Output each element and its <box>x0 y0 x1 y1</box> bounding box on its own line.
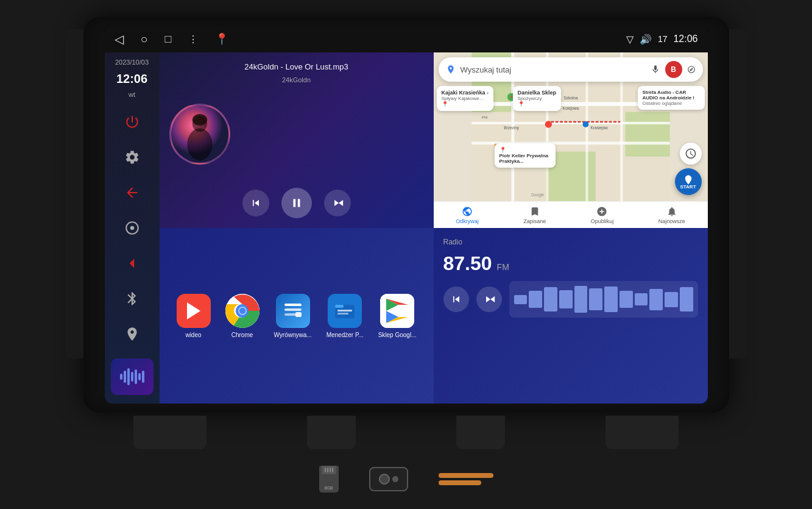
main-area: 2023/10/03 12:06 wt <box>105 52 708 404</box>
sidebar-sound-widget[interactable] <box>111 358 154 395</box>
compass-icon[interactable] <box>687 65 696 74</box>
maps-icon[interactable]: 📍 <box>215 32 228 46</box>
status-bar: ◁ ○ □ ⋮ 📍 ▽ 🔊 17 12:06 <box>105 26 708 52</box>
start-button[interactable]: START <box>675 168 702 195</box>
sidebar-day: wt <box>129 91 135 98</box>
app-filemanager[interactable]: Menedżer P... <box>327 294 364 338</box>
sidebar-item-settings[interactable] <box>117 142 147 173</box>
volume-icon: 🔊 <box>640 34 652 45</box>
next-btn[interactable] <box>324 190 351 216</box>
sidebar-time: 12:06 <box>116 72 147 86</box>
radio-content <box>443 281 698 318</box>
svg-text:Google: Google <box>531 193 543 198</box>
map-search-text[interactable]: Wyszukaj tutaj <box>461 65 646 74</box>
prev-btn[interactable] <box>242 190 269 216</box>
accessories: 8GB <box>83 466 729 493</box>
camera <box>369 467 408 491</box>
map-nav-opublikuj[interactable]: Opublikuj <box>591 206 614 224</box>
volume-level: 17 <box>658 34 668 44</box>
status-right: ▽ 🔊 17 12:06 <box>626 34 698 45</box>
music-controls <box>169 188 424 218</box>
app-chrome[interactable]: Chrome <box>225 294 259 338</box>
radio-panel: Radio 87.50 FM <box>434 228 708 404</box>
radio-label: Radio <box>443 238 698 246</box>
app-playstore[interactable]: Sklep Googl... <box>378 294 417 338</box>
radio-controls <box>443 287 502 312</box>
music-panel: 24kGoldn - Love Or Lust.mp3 24kGoldn <box>160 52 434 228</box>
radio-prev-btn[interactable] <box>443 287 469 312</box>
svg-rect-39 <box>335 305 344 308</box>
music-artist: 24kGoldn <box>169 76 424 84</box>
start-label: START <box>680 184 696 190</box>
map-nav-odkrywaj[interactable]: Odkrywaj <box>456 206 479 224</box>
map-card-strefa: Strefa Audio - CAR AUDIO na Androidzie !… <box>638 86 705 110</box>
svg-rect-36 <box>284 313 297 316</box>
sidebar-item-back2[interactable] <box>117 248 147 279</box>
radio-wave-display <box>509 281 698 318</box>
foot-2 <box>307 416 356 449</box>
radio-frequency: 87.50 FM <box>443 252 698 275</box>
foot-1 <box>133 416 207 449</box>
svg-rect-35 <box>284 308 302 311</box>
album-art <box>169 104 230 165</box>
sidebar-item-location[interactable] <box>117 319 147 349</box>
map-bottom-bar: Odkrywaj Zapisane Opublikuj Najnows <box>434 201 708 228</box>
home-icon[interactable]: ○ <box>141 32 148 46</box>
app-chrome-label: Chrome <box>231 332 253 338</box>
map-panel: Wyszukaj tutaj B <box>434 52 708 228</box>
pry-tool-1 <box>439 473 493 478</box>
foot-3 <box>456 416 505 449</box>
radio-freq-num: 87.50 <box>443 252 492 275</box>
app-wideo-label: wideo <box>185 332 201 338</box>
svg-text:Krasiejów: Krasiejów <box>590 126 607 130</box>
sidebar-item-back[interactable] <box>117 177 147 208</box>
svg-rect-40 <box>337 310 352 311</box>
sidebar: 2023/10/03 12:06 wt <box>105 52 160 404</box>
sd-label: 8GB <box>324 486 333 490</box>
music-title: 24kGoldn - Love Or Lust.mp3 <box>169 62 424 71</box>
sd-card-group: 8GB <box>319 466 339 493</box>
map-nav-zapisane[interactable]: Zapisane <box>523 206 546 224</box>
radio-next-btn[interactable] <box>476 287 502 312</box>
svg-rect-7 <box>625 112 669 157</box>
map-card-kajaki: Kajaki Krasieńka - Spływy Kajakowe... 📍 <box>437 86 494 111</box>
svg-text:Brzeziny: Brzeziny <box>504 126 520 130</box>
svg-text:Szkolna: Szkolna <box>563 96 578 100</box>
sidebar-item-power[interactable] <box>117 107 147 137</box>
mic-icon[interactable] <box>651 65 660 74</box>
recent-icon[interactable]: □ <box>165 33 172 46</box>
svg-rect-34 <box>284 304 302 306</box>
menu-icon[interactable]: ⋮ <box>188 34 198 45</box>
map-user-avatar[interactable]: B <box>665 61 682 78</box>
compass-button[interactable] <box>680 143 702 165</box>
app-filemanager-label: Menedżer P... <box>327 332 364 338</box>
sidebar-item-bluetooth[interactable] <box>117 283 147 314</box>
svg-rect-42 <box>380 294 414 328</box>
svg-point-4 <box>192 114 207 126</box>
sidebar-item-radio[interactable] <box>117 213 147 243</box>
music-content <box>169 88 424 179</box>
back-icon[interactable]: ◁ <box>115 32 124 46</box>
sidebar-date: 2023/10/03 <box>115 59 149 66</box>
sd-card: 8GB <box>319 466 339 493</box>
svg-text:ziny: ziny <box>481 115 487 119</box>
svg-point-0 <box>130 226 134 230</box>
car-body: ◁ ○ □ ⋮ 📍 ▽ 🔊 17 12:06 <box>83 17 729 413</box>
mounting-feet <box>83 413 729 460</box>
apps-panel: wideo <box>160 228 434 404</box>
svg-point-33 <box>239 308 245 314</box>
map-card-keller: 📍 Piotr Keller Prywatna Praktyka... <box>495 143 556 168</box>
svg-text:Kolejowa: Kolejowa <box>562 106 579 111</box>
app-wyrownywarka[interactable]: Wyrównywa... <box>274 294 312 338</box>
svg-point-26 <box>582 121 588 127</box>
pry-tools <box>439 473 493 485</box>
sound-wave-icon <box>120 368 144 385</box>
wifi-icon: ▽ <box>626 34 634 45</box>
app-wyrownywarka-label: Wyrównywa... <box>274 332 312 338</box>
app-wideo[interactable]: wideo <box>177 294 211 338</box>
map-search-bar[interactable]: Wyszukaj tutaj B <box>439 57 703 82</box>
map-nav-najnowsze[interactable]: Najnowsze <box>658 206 685 224</box>
radio-band: FM <box>497 262 509 272</box>
nav-icons: ◁ ○ □ ⋮ 📍 <box>115 32 229 46</box>
play-pause-btn[interactable] <box>281 188 312 218</box>
